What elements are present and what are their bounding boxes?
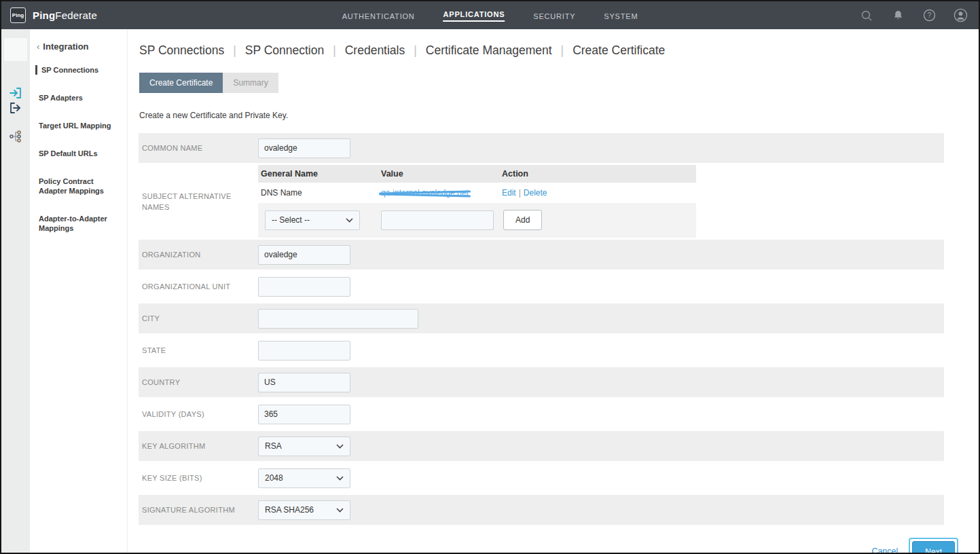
module-tile[interactable] bbox=[4, 38, 27, 61]
sidebar-item-policy-contract-adapter-mappings[interactable]: Policy Contract Adapter Mappings bbox=[35, 177, 115, 196]
san-row-value-redacted: qa-internal.ovaledge.net bbox=[381, 188, 469, 198]
breadcrumb-credentials[interactable]: Credentials bbox=[324, 43, 405, 58]
validity-days-label: VALIDITY (DAYS) bbox=[139, 409, 258, 420]
key-size-value: 2048 bbox=[265, 473, 283, 483]
organizational-unit-row: ORGANIZATIONAL UNIT bbox=[139, 272, 944, 301]
next-button-focus-ring: Next bbox=[909, 538, 958, 554]
signature-algorithm-select[interactable]: RSA SHA256 bbox=[258, 500, 350, 520]
signature-algorithm-value: RSA SHA256 bbox=[265, 505, 314, 515]
module-icon-strip bbox=[1, 29, 30, 553]
organizational-unit-input[interactable] bbox=[258, 277, 350, 297]
san-edit-link[interactable]: Edit bbox=[502, 188, 516, 198]
main-content: SP Connections SP Connection Credentials… bbox=[128, 29, 979, 553]
chevron-down-icon bbox=[336, 473, 344, 483]
tab-summary: Summary bbox=[223, 73, 278, 93]
sidebar-item-sp-default-urls[interactable]: SP Default URLs bbox=[35, 149, 115, 158]
san-add-button[interactable]: Add bbox=[503, 210, 542, 230]
common-name-input[interactable] bbox=[258, 138, 350, 158]
sidebar-item-target-url-mapping[interactable]: Target URL Mapping bbox=[35, 121, 115, 130]
nav-security[interactable]: SECURITY bbox=[533, 11, 575, 20]
key-algorithm-value: RSA bbox=[265, 441, 282, 451]
sidebar-item-sp-connections[interactable]: SP Connections bbox=[35, 65, 115, 75]
san-add-row: -- Select -- Add bbox=[258, 203, 696, 238]
app-title: PingFederate bbox=[33, 10, 97, 21]
sidebar-item-adapter-to-adapter-mappings[interactable]: Adapter-to-Adapter Mappings bbox=[35, 214, 115, 233]
sp-adapters-icon[interactable] bbox=[9, 101, 22, 117]
app-title-rest: Federate bbox=[55, 10, 97, 21]
state-row: STATE bbox=[139, 335, 944, 365]
key-size-select[interactable]: 2048 bbox=[258, 468, 350, 488]
ping-logo-text: Ping bbox=[12, 12, 24, 18]
sp-connections-icon[interactable] bbox=[9, 86, 22, 103]
san-delete-link[interactable]: Delete bbox=[524, 188, 547, 198]
subject-alternative-names-row: SUBJECT ALTERNATIVE NAMES General Name V… bbox=[139, 165, 944, 238]
san-table-header: General Name Value Action bbox=[258, 165, 696, 183]
notifications-icon[interactable] bbox=[890, 8, 905, 23]
san-header-general-name: General Name bbox=[258, 165, 378, 183]
key-size-row: KEY SIZE (BITS) 2048 bbox=[139, 463, 944, 493]
country-label: COUNTRY bbox=[139, 377, 258, 388]
top-bar-icons: ? bbox=[859, 1, 968, 29]
breadcrumb-certificate-management[interactable]: Certificate Management bbox=[405, 43, 551, 58]
tab-bar: Create Certificate Summary bbox=[139, 73, 979, 93]
city-row: CITY bbox=[139, 303, 944, 333]
san-row-general-name: DNS Name bbox=[258, 183, 378, 203]
organization-row: ORGANIZATION bbox=[139, 240, 944, 270]
chevron-down-icon bbox=[336, 505, 344, 515]
city-input[interactable] bbox=[258, 309, 418, 329]
top-bar: Ping PingFederate AUTHENTICATION APPLICA… bbox=[1, 1, 979, 29]
subject-alternative-names-label: SUBJECT ALTERNATIVE NAMES bbox=[139, 191, 258, 213]
organization-input[interactable] bbox=[258, 245, 350, 265]
next-button[interactable]: Next bbox=[912, 541, 955, 554]
san-header-action: Action bbox=[499, 165, 696, 183]
sidebar-item-sp-adapters[interactable]: SP Adapters bbox=[35, 93, 115, 103]
pingfederate-window: Ping PingFederate AUTHENTICATION APPLICA… bbox=[0, 0, 980, 554]
san-table: General Name Value Action DNS Name qa-in… bbox=[258, 165, 696, 238]
san-general-name-select[interactable]: -- Select -- bbox=[265, 210, 360, 230]
chevron-left-icon: ‹ bbox=[37, 41, 39, 52]
breadcrumb: SP Connections SP Connection Credentials… bbox=[139, 43, 979, 58]
cancel-link[interactable]: Cancel bbox=[871, 547, 898, 554]
organizational-unit-label: ORGANIZATIONAL UNIT bbox=[139, 281, 258, 292]
user-icon[interactable] bbox=[953, 8, 968, 23]
sidebar-items: SP Connections SP Adapters Target URL Ma… bbox=[30, 65, 127, 233]
signature-algorithm-row: SIGNATURE ALGORITHM RSA SHA256 bbox=[139, 495, 944, 525]
chevron-down-icon bbox=[336, 441, 344, 451]
san-table-row: DNS Name qa-internal.ovaledge.net Edit|D… bbox=[258, 183, 696, 203]
help-icon[interactable]: ? bbox=[922, 8, 937, 23]
sidebar: ‹Integration SP Connections SP Adapters … bbox=[30, 29, 128, 553]
signature-algorithm-label: SIGNATURE ALGORITHM bbox=[139, 504, 258, 515]
breadcrumb-create-certificate: Create Certificate bbox=[552, 43, 666, 58]
link-separator: | bbox=[519, 188, 521, 198]
mappings-icon[interactable] bbox=[9, 130, 22, 146]
key-algorithm-label: KEY ALGORITHM bbox=[139, 441, 258, 451]
nav-authentication[interactable]: AUTHENTICATION bbox=[342, 11, 415, 20]
sidebar-back-integration[interactable]: ‹Integration bbox=[37, 41, 127, 52]
app-title-bold: Ping bbox=[33, 10, 55, 21]
common-name-row: COMMON NAME bbox=[139, 133, 944, 163]
form-footer: Cancel Next bbox=[871, 538, 958, 554]
breadcrumb-sp-connection[interactable]: SP Connection bbox=[224, 43, 324, 58]
san-new-value-input[interactable] bbox=[381, 210, 494, 230]
tab-create-certificate[interactable]: Create Certificate bbox=[139, 73, 223, 93]
state-label: STATE bbox=[139, 345, 258, 356]
state-input[interactable] bbox=[258, 341, 350, 361]
chevron-down-icon bbox=[346, 215, 353, 225]
svg-text:?: ? bbox=[927, 12, 931, 19]
page-description: Create a new Certificate and Private Key… bbox=[139, 111, 979, 120]
validity-days-input[interactable] bbox=[258, 405, 350, 424]
organization-label: ORGANIZATION bbox=[139, 249, 258, 260]
validity-days-row: VALIDITY (DAYS) bbox=[139, 399, 944, 429]
sidebar-section-title: Integration bbox=[43, 41, 88, 52]
city-label: CITY bbox=[139, 313, 258, 324]
key-algorithm-select[interactable]: RSA bbox=[258, 437, 350, 456]
search-icon[interactable] bbox=[859, 8, 874, 23]
certificate-form: COMMON NAME SUBJECT ALTERNATIVE NAMES Ge… bbox=[139, 133, 944, 525]
nav-applications[interactable]: APPLICATIONS bbox=[443, 9, 505, 22]
key-size-label: KEY SIZE (BITS) bbox=[139, 473, 258, 483]
country-input[interactable] bbox=[258, 373, 350, 392]
breadcrumb-sp-connections[interactable]: SP Connections bbox=[139, 43, 224, 58]
primary-nav: AUTHENTICATION APPLICATIONS SECURITY SYS… bbox=[342, 1, 638, 29]
common-name-label: COMMON NAME bbox=[139, 143, 258, 153]
nav-system[interactable]: SYSTEM bbox=[604, 11, 638, 20]
